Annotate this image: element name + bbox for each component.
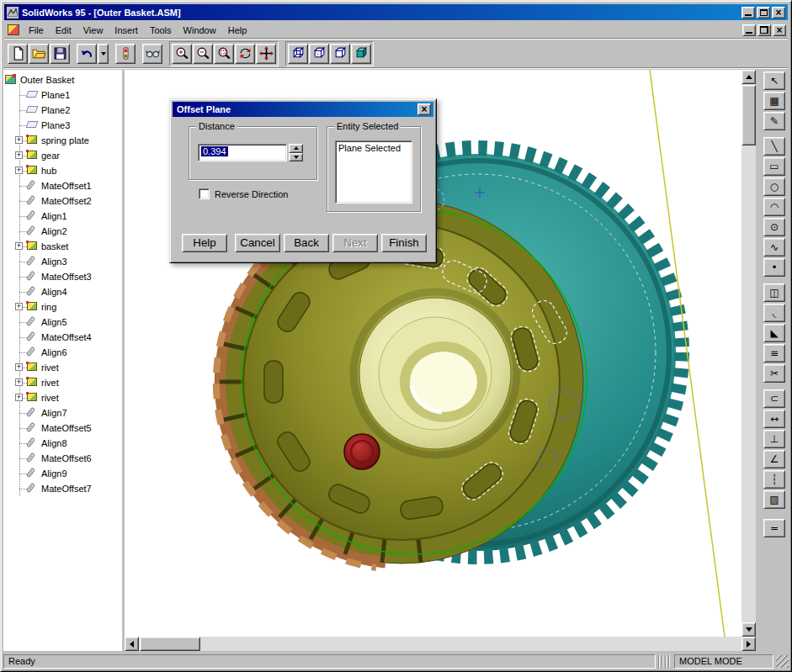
expand-icon[interactable] [15, 303, 23, 310]
tree-item[interactable]: Plane3 [3, 118, 122, 133]
expand-icon[interactable] [15, 167, 23, 174]
tree-item[interactable]: basket [3, 239, 122, 254]
menu-edit[interactable]: Edit [50, 23, 77, 38]
distance-input[interactable]: 0.394 [198, 144, 287, 161]
tree-item[interactable]: Align9 [3, 466, 122, 481]
tree-item[interactable]: MateOffset7 [3, 481, 122, 496]
select-tool-button[interactable]: ↖ [763, 71, 785, 90]
view-orientation-button[interactable] [142, 44, 162, 64]
help-button[interactable]: Help [182, 234, 227, 252]
mdi-close-button[interactable] [773, 24, 786, 36]
entity-list-item[interactable]: Plane Selected [338, 143, 409, 153]
horizontal-scrollbar[interactable] [125, 637, 756, 651]
tree-item[interactable]: ring [3, 299, 122, 315]
tree-item[interactable]: rivet [3, 360, 122, 375]
tree-item[interactable]: Plane1 [3, 87, 122, 103]
mirror-tool-button[interactable]: ◫ [763, 283, 785, 302]
zoom-area-button[interactable] [214, 44, 234, 64]
line-tool-button[interactable]: ╲ [763, 137, 785, 156]
tree-item[interactable]: spring plate [3, 133, 122, 148]
tree-item[interactable]: MateOffset6 [3, 451, 122, 466]
tree-item[interactable]: hub [3, 163, 122, 178]
entity-listbox[interactable]: Plane Selected [335, 140, 412, 204]
dialog-close-button[interactable] [417, 103, 431, 115]
rebuild-button[interactable] [115, 44, 136, 64]
save-button[interactable] [50, 44, 70, 64]
fillet-tool-button[interactable]: ◟ [763, 304, 785, 322]
close-button[interactable] [772, 7, 785, 19]
minimize-button[interactable] [742, 7, 755, 19]
tree-item[interactable]: Align8 [3, 436, 122, 451]
scroll-right-button[interactable] [742, 637, 756, 651]
new-button[interactable] [8, 44, 28, 64]
equals-tool-button[interactable]: = [763, 519, 785, 537]
spline-tool-button[interactable]: ∿ [763, 238, 785, 257]
tree-item[interactable]: Align2 [3, 224, 122, 239]
chamfer-tool-button[interactable]: ◣ [763, 324, 785, 342]
menu-help[interactable]: Help [222, 23, 253, 38]
tree-item[interactable]: Plane2 [3, 103, 122, 118]
ellipse-tool-button[interactable]: ⊙ [763, 218, 785, 236]
expand-icon[interactable] [15, 394, 23, 401]
tree-item[interactable]: MateOffset2 [3, 193, 122, 209]
tree-root-item[interactable]: Outer Basket [3, 72, 122, 87]
title-bar[interactable]: SolidWorks 95 - [Outer Basket.ASM] [4, 4, 788, 20]
tree-item[interactable]: rivet [3, 375, 122, 390]
offset-tool-button[interactable]: ≡ [763, 344, 785, 362]
undo-history-button[interactable] [98, 44, 109, 64]
status-divider[interactable] [658, 655, 672, 668]
maximize-button[interactable] [757, 7, 770, 19]
expand-icon[interactable] [15, 136, 23, 144]
finish-button[interactable]: Finish [381, 234, 427, 252]
menu-view[interactable]: View [77, 23, 109, 38]
convert-entities-tool-button[interactable]: ⊂ [763, 389, 785, 408]
sketch-tool-button[interactable]: ✎ [763, 112, 785, 130]
tree-item[interactable]: MateOffset1 [3, 178, 122, 193]
vertical-scrollbar[interactable] [742, 70, 756, 637]
zoom-in-button[interactable] [172, 44, 192, 64]
tree-item[interactable]: rivet [3, 390, 122, 405]
rectangle-tool-button[interactable]: ▭ [763, 157, 785, 176]
angle-tool-button[interactable]: ∠ [763, 450, 785, 468]
menu-insert[interactable]: Insert [109, 23, 144, 38]
back-button[interactable]: Back [284, 234, 329, 252]
expand-icon[interactable] [15, 242, 23, 250]
centerline-tool-button[interactable]: ┆ [763, 470, 785, 489]
hatch-tool-button[interactable]: ▨ [763, 490, 785, 509]
scroll-up-button[interactable] [742, 70, 756, 84]
reverse-direction-checkbox[interactable] [199, 188, 210, 199]
wireframe-button[interactable] [288, 44, 308, 64]
menu-window[interactable]: Window [178, 23, 222, 38]
menu-tools[interactable]: Tools [144, 23, 178, 38]
zoom-out-button[interactable] [193, 44, 213, 64]
spinner-up-button[interactable] [289, 144, 303, 153]
menu-file[interactable]: File [23, 23, 50, 38]
pan-button[interactable] [256, 44, 276, 64]
hidden-lines-removed-button[interactable] [330, 44, 350, 64]
expand-icon[interactable] [15, 151, 23, 159]
spinner-down-button[interactable] [289, 153, 303, 162]
expand-icon[interactable] [15, 378, 23, 386]
tree-item[interactable]: Align3 [3, 254, 122, 269]
tree-item[interactable]: Align6 [3, 345, 122, 360]
vertical-scroll-thumb[interactable] [742, 85, 756, 146]
mdi-minimize-button[interactable] [742, 24, 756, 36]
tree-item[interactable]: Align5 [3, 315, 122, 330]
arc-tool-button[interactable]: ◠ [763, 198, 785, 216]
scroll-down-button[interactable] [742, 622, 756, 637]
tree-item[interactable]: gear [3, 148, 122, 163]
tree-item[interactable]: MateOffset3 [3, 269, 122, 284]
cancel-button[interactable]: Cancel [235, 234, 280, 252]
dialog-title-bar[interactable]: Offset Plane [173, 102, 433, 117]
rotate-view-button[interactable] [235, 44, 255, 64]
tree-item[interactable]: MateOffset4 [3, 330, 122, 345]
shaded-button[interactable] [351, 44, 371, 64]
expand-icon[interactable] [15, 363, 23, 371]
tree-item[interactable]: MateOffset5 [3, 421, 122, 436]
tree-item[interactable]: Align4 [3, 284, 122, 299]
circle-tool-button[interactable]: ○ [763, 177, 785, 196]
open-button[interactable] [29, 44, 49, 64]
grid-tool-button[interactable]: ▦ [763, 92, 785, 110]
relation-tool-button[interactable]: ⊥ [763, 430, 785, 448]
undo-button[interactable] [77, 44, 97, 64]
